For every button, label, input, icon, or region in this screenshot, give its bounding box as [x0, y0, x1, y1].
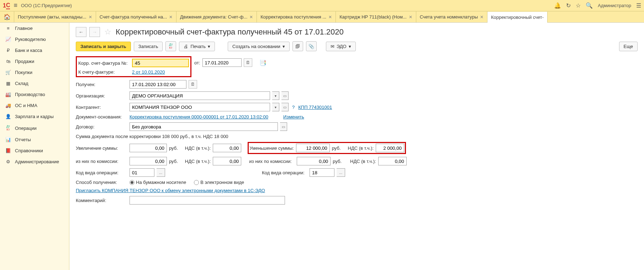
settings-icon[interactable]: ☰ — [636, 2, 641, 9]
cart-icon: 🛒 — [5, 70, 11, 75]
pick-icon[interactable]: … — [157, 168, 165, 177]
dok-osn-link[interactable]: Корректировка поступления 0000-000001 от… — [130, 114, 268, 120]
menu-icon[interactable]: ≡ — [14, 2, 17, 9]
user-label[interactable]: Администратор — [598, 3, 631, 8]
uvel-input[interactable] — [130, 144, 167, 152]
open-icon[interactable]: ▭ — [280, 122, 287, 131]
label-sposob: Способ получения: — [76, 180, 127, 185]
umen-input[interactable] — [296, 144, 330, 152]
pick-icon[interactable]: … — [337, 168, 345, 177]
calendar-icon[interactable]: 🗓 — [244, 58, 252, 67]
org-input[interactable] — [130, 91, 270, 100]
tab-2[interactable]: Движения документа: Счет-ф...✕ — [176, 11, 257, 22]
sidebar-item-reference[interactable]: 📕Справочники — [0, 145, 69, 156]
kom2-input[interactable] — [297, 157, 331, 165]
nav-forward-button[interactable]: → — [89, 27, 100, 37]
sidebar-item-production[interactable]: 🏭Производство — [0, 89, 69, 100]
kom1-input[interactable] — [130, 157, 167, 165]
print-button[interactable]: 🖨Печать▾ — [179, 42, 215, 51]
tab-1[interactable]: Счет-фактура полученный на...✕ — [96, 11, 176, 22]
search-icon[interactable]: 🔍 — [586, 2, 593, 9]
radio-icon — [130, 180, 134, 185]
sidebar-item-assets[interactable]: 🚚ОС и НМА — [0, 100, 69, 111]
sidebar-item-salary[interactable]: 👤Зарплата и кадры — [0, 111, 69, 122]
korr-number-input[interactable] — [132, 59, 189, 67]
sidebar-item-admin[interactable]: ⚙Администрирование — [0, 156, 69, 167]
kpp-link[interactable]: КПП 774301001 — [298, 105, 332, 110]
kod2-input[interactable] — [310, 168, 334, 177]
dtkt-icon: ДтКт — [5, 125, 11, 131]
close-icon[interactable]: ✕ — [249, 15, 253, 20]
create-on-basis-button[interactable]: Создать на основании▾ — [228, 42, 290, 51]
radio-paper[interactable]: На бумажном носителе — [130, 180, 186, 185]
change-link[interactable]: Изменить — [283, 114, 304, 120]
history-icon[interactable]: ↻ — [566, 2, 571, 9]
nav-back-button[interactable]: ← — [76, 27, 86, 37]
structure-button[interactable]: 🗐 — [292, 41, 303, 51]
attach-button[interactable]: 📎 — [306, 41, 317, 51]
sidebar-item-manager[interactable]: 📈Руководителю — [0, 34, 69, 45]
titlebar: 1С ≡ ООО (1С:Предприятие) 🔔 ↻ ☆ 🔍 Админи… — [0, 0, 644, 11]
bell-icon[interactable]: 🔔 — [554, 2, 561, 9]
close-icon[interactable]: ✕ — [480, 15, 484, 20]
uvel-nds-input[interactable] — [213, 144, 241, 152]
label-kom1: из них по комиссии: — [76, 159, 127, 164]
tab-6-active[interactable]: Корректировочный счет- — [487, 12, 548, 23]
sidebar-item-reports[interactable]: 📊Отчеты — [0, 134, 69, 145]
k-sf-link[interactable]: 2 от 10.01.2020 — [132, 69, 165, 75]
open-icon[interactable]: ▭ — [281, 103, 289, 111]
tab-home[interactable]: 🏠 — [0, 11, 14, 22]
close-icon[interactable]: ✕ — [169, 15, 173, 20]
tabbar: 🏠 Поступление (акты, накладны...✕ Счет-ф… — [0, 11, 644, 23]
page-title: Корректировочный счет-фактура полученный… — [116, 27, 344, 37]
tab-0[interactable]: Поступление (акты, накладны...✕ — [14, 11, 96, 22]
dogovor-input[interactable] — [130, 122, 278, 131]
star-icon[interactable]: ☆ — [576, 2, 581, 9]
sidebar-item-warehouse[interactable]: ▦Склад — [0, 78, 69, 89]
close-icon[interactable]: ✕ — [89, 15, 92, 20]
kom1-nds-input[interactable] — [213, 157, 241, 165]
sidebar-item-main[interactable]: ≡Главное — [0, 23, 69, 34]
close-icon[interactable]: ✕ — [328, 15, 332, 20]
comment-input[interactable] — [130, 196, 285, 205]
received-input[interactable] — [130, 80, 186, 89]
dtkt-button[interactable]: ДтКт — [165, 41, 176, 51]
save-button[interactable]: Записать — [134, 42, 163, 51]
kod1-input[interactable] — [130, 168, 154, 177]
dropdown-icon[interactable]: ▾ — [272, 91, 279, 100]
umen-nds-input[interactable] — [376, 144, 404, 152]
radio-electronic[interactable]: В электронном виде — [194, 180, 244, 185]
help-icon[interactable]: ? — [291, 105, 296, 110]
close-icon[interactable]: ✕ — [409, 15, 412, 20]
open-icon[interactable]: ▭ — [281, 91, 289, 100]
calendar-icon[interactable]: 🗓 — [189, 80, 197, 89]
nds-label: НДС (в т.ч.): — [348, 145, 374, 151]
tab-5[interactable]: Счета учета номенклатуры✕ — [416, 11, 487, 22]
sidebar-item-sales[interactable]: 🛍Продажи — [0, 56, 69, 67]
edo-button[interactable]: ✉ЭДО▾ — [326, 42, 356, 51]
dropdown-icon[interactable]: ▾ — [272, 103, 279, 111]
nds-label: НДС (в т.ч.): — [185, 145, 211, 151]
save-close-button[interactable]: Записать и закрыть — [76, 42, 131, 51]
app-title: ООО (1С:Предприятие) — [21, 3, 554, 8]
label-dogovor: Договор: — [76, 124, 127, 129]
kom2-nds-input[interactable] — [378, 157, 407, 165]
sidebar: ≡Главное 📈Руководителю ₽Банк и касса 🛍Пр… — [0, 23, 69, 270]
sidebar-item-bank[interactable]: ₽Банк и касса — [0, 45, 69, 56]
kontragent-input[interactable] — [130, 103, 270, 111]
sidebar-item-purchases[interactable]: 🛒Покупки — [0, 67, 69, 78]
sidebar-item-operations[interactable]: ДтКтОперации — [0, 122, 69, 134]
date-input[interactable] — [202, 58, 242, 67]
label-poluchen: Получен: — [76, 82, 127, 87]
tab-4[interactable]: Картридж HP 711(black) (Ном...✕ — [336, 11, 416, 22]
rub-label: руб. — [169, 145, 178, 151]
label-komment: Комментарий: — [76, 198, 127, 203]
post-icon[interactable]: 📑 — [259, 58, 267, 67]
label-umen: Уменьшение суммы: — [249, 145, 294, 151]
favorite-button[interactable]: ☆ — [103, 27, 113, 37]
tab-3[interactable]: Корректировка поступления ...✕ — [257, 11, 336, 22]
radio-icon — [194, 180, 199, 185]
invite-link[interactable]: Пригласить КОМПАНИЯ ТЕНЗОР ООО к обмену … — [76, 188, 265, 193]
label-kontr: Контрагент: — [76, 105, 127, 110]
more-button[interactable]: Еще — [619, 42, 638, 51]
